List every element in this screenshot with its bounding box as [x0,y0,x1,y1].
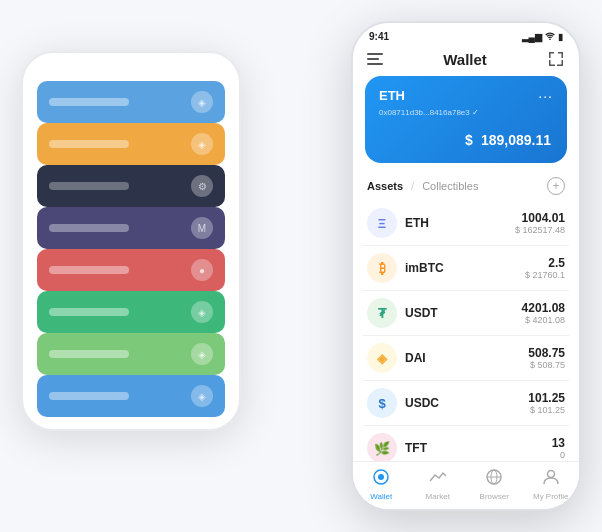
nav-label: Browser [480,492,509,501]
assets-header: Assets / Collectibles + [353,173,579,201]
asset-name: ETH [405,216,515,230]
eth-card-label: ETH [379,88,405,103]
eth-address: 0x08711d3b...8416a78e3 ✓ [379,108,553,117]
svg-point-1 [378,474,384,480]
status-bar: 9:41 ▂▄▆ ▮ [353,23,579,46]
asset-amount: 1004.01 [515,211,565,225]
card-row: ● [37,249,225,291]
asset-name: USDT [405,306,522,320]
asset-amount: 13 [552,436,565,450]
asset-name: imBTC [405,261,525,275]
tab-assets[interactable]: Assets [367,180,403,192]
top-bar: Wallet [353,46,579,76]
asset-list: ΞETH1004.01$ 162517.48₿imBTC2.5$ 21760.1… [353,201,579,461]
card-row: ◈ [37,291,225,333]
menu-icon[interactable] [367,53,383,65]
asset-name: DAI [405,351,528,365]
nav-icon-browser [485,468,503,490]
asset-name: USDC [405,396,528,410]
nav-icon-wallet [372,468,390,490]
asset-item[interactable]: ΞETH1004.01$ 162517.48 [363,201,569,246]
nav-label: Market [426,492,450,501]
asset-amount: 4201.08 [522,301,565,315]
card-row: ◈ [37,81,225,123]
card-row: ◈ [37,333,225,375]
tab-collectibles[interactable]: Collectibles [422,180,478,192]
asset-amount: 101.25 [528,391,565,405]
asset-usd: $ 4201.08 [522,315,565,325]
page-title: Wallet [443,51,487,68]
asset-usd: $ 101.25 [528,405,565,415]
asset-item[interactable]: ₿imBTC2.5$ 21760.1 [363,246,569,291]
phone-front: 9:41 ▂▄▆ ▮ Wallet [351,21,581,511]
asset-item[interactable]: ₮USDT4201.08$ 4201.08 [363,291,569,336]
status-icons: ▂▄▆ ▮ [522,32,563,42]
eth-card: ETH ··· 0x08711d3b...8416a78e3 ✓ $ 189,0… [365,76,567,163]
bottom-nav: WalletMarketBrowserMy Profile [353,461,579,509]
signal-icon: ▂▄▆ [522,32,542,42]
asset-usd: 0 [552,450,565,460]
nav-item-market[interactable]: Market [410,468,467,501]
nav-icon-my-profile [542,468,560,490]
card-row: M [37,207,225,249]
nav-label: Wallet [370,492,392,501]
battery-icon: ▮ [558,32,563,42]
asset-amount: 508.75 [528,346,565,360]
asset-usd: $ 508.75 [528,360,565,370]
svg-point-5 [547,471,554,478]
expand-icon[interactable] [547,50,565,68]
card-row: ◈ [37,375,225,417]
asset-usd: $ 162517.48 [515,225,565,235]
scene: ◈◈⚙M●◈◈◈ 9:41 ▂▄▆ ▮ [21,21,581,511]
wifi-icon [545,32,555,42]
asset-item[interactable]: ◈DAI508.75$ 508.75 [363,336,569,381]
phone-back: ◈◈⚙M●◈◈◈ [21,51,241,431]
nav-item-wallet[interactable]: Wallet [353,468,410,501]
eth-card-menu[interactable]: ··· [538,88,553,104]
nav-icon-market [429,468,447,490]
time: 9:41 [369,31,389,42]
asset-item[interactable]: 🌿TFT130 [363,426,569,461]
asset-name: TFT [405,441,552,455]
card-row: ◈ [37,123,225,165]
asset-amount: 2.5 [525,256,565,270]
eth-balance: $ 189,089.11 [379,125,553,151]
tab-separator: / [411,180,414,192]
add-asset-button[interactable]: + [547,177,565,195]
asset-item[interactable]: $USDC101.25$ 101.25 [363,381,569,426]
assets-tabs: Assets / Collectibles [367,180,478,192]
nav-label: My Profile [533,492,569,501]
nav-item-my-profile[interactable]: My Profile [523,468,580,501]
nav-item-browser[interactable]: Browser [466,468,523,501]
card-row: ⚙ [37,165,225,207]
asset-usd: $ 21760.1 [525,270,565,280]
